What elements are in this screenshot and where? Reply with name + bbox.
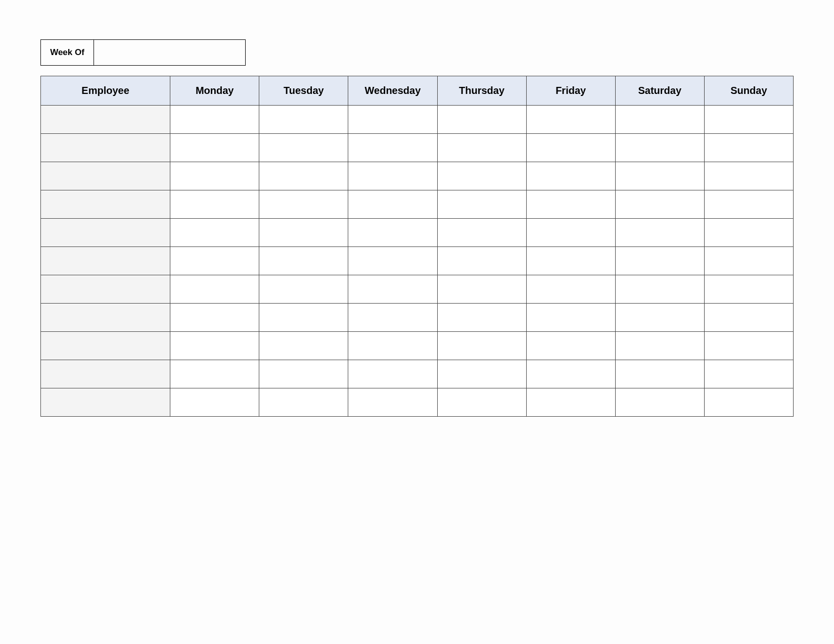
schedule-cell[interactable]: [259, 304, 348, 332]
header-employee: Employee: [41, 76, 170, 106]
schedule-cell[interactable]: [259, 275, 348, 304]
employee-cell[interactable]: [41, 332, 170, 360]
schedule-cell[interactable]: [615, 162, 704, 190]
week-of-input[interactable]: [94, 39, 246, 66]
schedule-cell[interactable]: [526, 134, 615, 162]
schedule-cell[interactable]: [526, 162, 615, 190]
schedule-cell[interactable]: [704, 106, 793, 134]
schedule-cell[interactable]: [170, 247, 259, 275]
schedule-cell[interactable]: [704, 275, 793, 304]
schedule-cell[interactable]: [437, 304, 526, 332]
schedule-cell[interactable]: [437, 162, 526, 190]
schedule-cell[interactable]: [704, 162, 793, 190]
schedule-cell[interactable]: [704, 190, 793, 219]
schedule-cell[interactable]: [259, 360, 348, 388]
schedule-cell[interactable]: [526, 360, 615, 388]
employee-cell[interactable]: [41, 388, 170, 417]
schedule-cell[interactable]: [170, 106, 259, 134]
schedule-cell[interactable]: [704, 388, 793, 417]
schedule-cell[interactable]: [526, 247, 615, 275]
schedule-cell[interactable]: [348, 247, 437, 275]
schedule-cell[interactable]: [526, 332, 615, 360]
header-wednesday: Wednesday: [348, 76, 437, 106]
schedule-cell[interactable]: [348, 388, 437, 417]
schedule-cell[interactable]: [348, 162, 437, 190]
schedule-cell[interactable]: [526, 190, 615, 219]
schedule-cell[interactable]: [170, 219, 259, 247]
schedule-cell[interactable]: [170, 190, 259, 219]
header-thursday: Thursday: [437, 76, 526, 106]
schedule-cell[interactable]: [348, 304, 437, 332]
schedule-table: Employee Monday Tuesday Wednesday Thursd…: [40, 76, 794, 417]
schedule-cell[interactable]: [615, 388, 704, 417]
schedule-cell[interactable]: [348, 219, 437, 247]
employee-cell[interactable]: [41, 134, 170, 162]
employee-cell[interactable]: [41, 304, 170, 332]
schedule-cell[interactable]: [259, 332, 348, 360]
schedule-cell[interactable]: [526, 275, 615, 304]
schedule-cell[interactable]: [437, 332, 526, 360]
schedule-cell[interactable]: [259, 219, 348, 247]
schedule-cell[interactable]: [348, 275, 437, 304]
header-tuesday: Tuesday: [259, 76, 348, 106]
schedule-cell[interactable]: [259, 162, 348, 190]
schedule-cell[interactable]: [615, 275, 704, 304]
schedule-cell[interactable]: [437, 360, 526, 388]
header-friday: Friday: [526, 76, 615, 106]
schedule-cell[interactable]: [704, 304, 793, 332]
schedule-cell[interactable]: [437, 275, 526, 304]
employee-cell[interactable]: [41, 360, 170, 388]
schedule-cell[interactable]: [526, 106, 615, 134]
schedule-cell[interactable]: [704, 247, 793, 275]
schedule-cell[interactable]: [704, 134, 793, 162]
table-row: [41, 134, 794, 162]
schedule-cell[interactable]: [170, 162, 259, 190]
schedule-cell[interactable]: [437, 388, 526, 417]
schedule-cell[interactable]: [704, 332, 793, 360]
schedule-cell[interactable]: [704, 360, 793, 388]
schedule-cell[interactable]: [170, 332, 259, 360]
table-row: [41, 219, 794, 247]
employee-cell[interactable]: [41, 219, 170, 247]
schedule-cell[interactable]: [437, 106, 526, 134]
schedule-cell[interactable]: [526, 304, 615, 332]
employee-cell[interactable]: [41, 106, 170, 134]
schedule-cell[interactable]: [348, 332, 437, 360]
schedule-cell[interactable]: [259, 247, 348, 275]
employee-cell[interactable]: [41, 190, 170, 219]
schedule-cell[interactable]: [526, 219, 615, 247]
table-row: [41, 162, 794, 190]
header-monday: Monday: [170, 76, 259, 106]
schedule-cell[interactable]: [437, 134, 526, 162]
schedule-cell[interactable]: [615, 190, 704, 219]
schedule-cell[interactable]: [704, 219, 793, 247]
schedule-cell[interactable]: [259, 190, 348, 219]
employee-cell[interactable]: [41, 247, 170, 275]
schedule-cell[interactable]: [615, 360, 704, 388]
week-of-label: Week Of: [40, 39, 94, 66]
schedule-cell[interactable]: [170, 134, 259, 162]
schedule-cell[interactable]: [259, 134, 348, 162]
schedule-cell[interactable]: [615, 304, 704, 332]
employee-cell[interactable]: [41, 162, 170, 190]
schedule-cell[interactable]: [259, 388, 348, 417]
schedule-cell[interactable]: [170, 388, 259, 417]
schedule-cell[interactable]: [348, 134, 437, 162]
schedule-cell[interactable]: [348, 190, 437, 219]
schedule-cell[interactable]: [170, 304, 259, 332]
schedule-cell[interactable]: [615, 332, 704, 360]
schedule-cell[interactable]: [348, 106, 437, 134]
schedule-cell[interactable]: [170, 360, 259, 388]
employee-cell[interactable]: [41, 275, 170, 304]
schedule-cell[interactable]: [615, 134, 704, 162]
schedule-cell[interactable]: [437, 219, 526, 247]
schedule-cell[interactable]: [615, 247, 704, 275]
schedule-cell[interactable]: [170, 275, 259, 304]
schedule-cell[interactable]: [437, 247, 526, 275]
schedule-cell[interactable]: [259, 106, 348, 134]
schedule-cell[interactable]: [437, 190, 526, 219]
schedule-cell[interactable]: [615, 219, 704, 247]
schedule-cell[interactable]: [348, 360, 437, 388]
schedule-cell[interactable]: [615, 106, 704, 134]
schedule-cell[interactable]: [526, 388, 615, 417]
